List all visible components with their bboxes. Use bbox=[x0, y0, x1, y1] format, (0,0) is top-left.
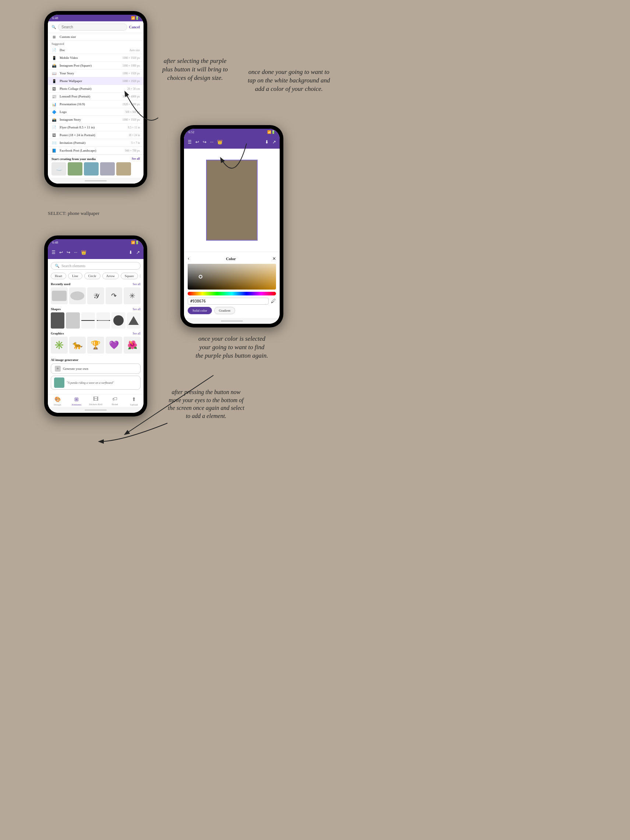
ai-example-text: "A panda riding a wave on a surfboard" bbox=[66, 381, 114, 385]
recent-item-burst[interactable]: ✳ bbox=[124, 287, 141, 304]
phone2-color-panel: ‹ Color ✕ 🖊 Solid color Gradient bbox=[184, 252, 279, 318]
shape-item-line[interactable] bbox=[81, 313, 95, 328]
presentation-icon: 📊 bbox=[52, 101, 57, 107]
phone3-nav-stickers[interactable]: 🎞 Stickers Roll bbox=[86, 396, 105, 406]
phone3-nav-elements[interactable]: ⊞ Elements bbox=[67, 396, 86, 406]
phone3-nav-brand[interactable]: 🏷 Brand bbox=[105, 396, 125, 406]
phone3-search-placeholder: Search elements bbox=[62, 264, 85, 268]
recently-used-see-all[interactable]: See all bbox=[133, 283, 141, 286]
shape-item-circle[interactable] bbox=[112, 313, 125, 328]
phone1-custom-size[interactable]: ⊞ Custom size bbox=[48, 33, 144, 41]
phone3-nav-upload[interactable]: ⬆ Upload bbox=[125, 396, 144, 406]
phone3-nav-design[interactable]: 🎨 Design bbox=[48, 396, 67, 406]
shapes-see-all[interactable]: See all bbox=[133, 308, 141, 311]
graphic-item-purple[interactable]: 💜 bbox=[106, 337, 123, 354]
instagram-story-icon: 📸 bbox=[52, 117, 57, 122]
download-icon[interactable]: ⬇ bbox=[265, 139, 268, 145]
eyedropper-icon[interactable]: 🖊 bbox=[271, 298, 276, 304]
graphic-item-plant[interactable]: 🌺 bbox=[124, 337, 141, 354]
phone1-media-thumbs: ☁️ bbox=[52, 162, 140, 175]
tag-heart[interactable]: Heart bbox=[51, 273, 66, 279]
color-tabs: Solid color Gradient bbox=[188, 307, 276, 314]
tag-arrow[interactable]: Arrow bbox=[102, 273, 119, 279]
flyer-icon: 📄 bbox=[52, 125, 57, 130]
phone1-item-flyer[interactable]: 📄 Flyer (Portrait 8.5 × 11 in) 8.5 × 11 … bbox=[48, 124, 144, 131]
ai-example-row[interactable]: "A panda riding a wave on a surfboard" bbox=[51, 376, 141, 390]
phone1-item-logo[interactable]: 🔷 Logo 500 × 500 px bbox=[48, 108, 144, 116]
shape-item-square-dark[interactable] bbox=[51, 313, 65, 328]
phone1-item-phone-wallpaper[interactable]: 📱 Phone Wallpaper 1080 × 1920 px bbox=[48, 77, 144, 85]
phone1-item-poster[interactable]: 🖼 Poster (18 × 24 in Portrait) 18 × 24 i… bbox=[48, 131, 144, 139]
phone1-see-all[interactable]: See all bbox=[132, 157, 140, 161]
recent-item-script[interactable]: 𝒴 bbox=[87, 287, 104, 304]
tag-square[interactable]: Square bbox=[121, 273, 138, 279]
phone2-canvas-area[interactable] bbox=[184, 148, 279, 252]
phone3-toolbar-right: ⬇ ↗ bbox=[129, 250, 140, 255]
recent-item-arrow-curl[interactable]: ↷ bbox=[106, 287, 123, 304]
tag-circle[interactable]: Circle bbox=[84, 273, 101, 279]
shape-item-square-light[interactable] bbox=[66, 313, 79, 328]
redo-icon[interactable]: ↪ bbox=[203, 139, 207, 145]
graphics-see-all[interactable]: See all bbox=[133, 332, 141, 335]
phone1-item-doc[interactable]: 📄 Doc Auto size bbox=[48, 46, 144, 54]
phone3-hamburger-icon[interactable]: ☰ bbox=[52, 250, 55, 255]
phone1-item-mobile-video[interactable]: 📱 Mobile Video 1080 × 1920 px bbox=[48, 54, 144, 62]
color-gradient-picker[interactable] bbox=[188, 264, 276, 290]
your-story-icon: 📖 bbox=[52, 71, 57, 76]
color-panel-close-btn[interactable]: ✕ bbox=[272, 256, 276, 262]
phone2-frame: 6:52 📶🔋 ☰ ↩ ↪ ··· 👑 ⬇ ↗ bbox=[180, 125, 283, 327]
phone1-media-thumb-3 bbox=[100, 162, 115, 175]
phone3-status-icons: 📶🔋 bbox=[131, 241, 139, 244]
phone1-media-thumb-upload[interactable]: ☁️ bbox=[52, 162, 66, 175]
undo-icon[interactable]: ↩ bbox=[196, 139, 199, 145]
invitation-icon: ✉️ bbox=[52, 140, 57, 145]
phone1-item-lemon8[interactable]: 📰 Lemon8 Post (Portrait) 3000 × 4000 px bbox=[48, 93, 144, 101]
tag-line[interactable]: Line bbox=[68, 273, 82, 279]
phone3-search-bar[interactable]: 🔍 Search elements bbox=[51, 262, 141, 270]
share-icon[interactable]: ↗ bbox=[272, 139, 276, 145]
brand-nav-icon: 🏷 bbox=[112, 396, 117, 402]
landscape-shape bbox=[52, 291, 66, 301]
phone1-media-label: Start creating from your media bbox=[52, 157, 96, 161]
phone3-crown-icon: 👑 bbox=[81, 250, 87, 255]
graphic-item-cheetah[interactable]: 🐆 bbox=[69, 337, 86, 354]
phone3-graphics-grid: ✳️ 🐆 🏆 💜 🌺 bbox=[51, 337, 141, 354]
phone3-undo-icon[interactable]: ↩ bbox=[59, 250, 63, 255]
search-icon: 🔍 bbox=[52, 25, 56, 29]
shape-item-triangle[interactable] bbox=[127, 313, 141, 328]
phone3-redo-icon[interactable]: ↪ bbox=[66, 250, 70, 255]
shape-item-line-dark[interactable] bbox=[96, 313, 110, 328]
phone3-share-icon[interactable]: ↗ bbox=[136, 250, 140, 255]
phone1-item-invitation[interactable]: ✉️ Invitation (Portrait) 5 × 7 in bbox=[48, 139, 144, 147]
color-panel-back-btn[interactable]: ‹ bbox=[188, 256, 189, 262]
doc-icon: 📄 bbox=[52, 47, 57, 53]
hue-slider[interactable] bbox=[188, 292, 276, 295]
hex-input[interactable] bbox=[188, 298, 268, 305]
phone3-download-icon[interactable]: ⬇ bbox=[129, 250, 133, 255]
hamburger-icon[interactable]: ☰ bbox=[188, 139, 192, 145]
phone1-item-facebook[interactable]: 📘 Facebook Post (Landscape) 940 × 788 px bbox=[48, 147, 144, 155]
tab-solid-color[interactable]: Solid color bbox=[188, 307, 212, 314]
phone1-item-instagram-square[interactable]: 📸 Instagram Post (Square) 1080 × 1080 px bbox=[48, 62, 144, 69]
phone1-home-indicator bbox=[48, 178, 144, 183]
phone3-more-icon[interactable]: ··· bbox=[74, 250, 77, 255]
phone1-item-photo-collage[interactable]: 🖼 Photo Collage (Portrait) 20 × 30 cm bbox=[48, 85, 144, 93]
phone1-item-instagram-story[interactable]: 📸 Instagram Story 1080 × 1920 px bbox=[48, 116, 144, 124]
hex-row: 🖊 bbox=[188, 298, 276, 305]
phone1-screen: 6:48 📶🔋 🔍 Cancel ⊞ Custom size Suggested bbox=[48, 15, 144, 183]
photo-collage-icon: 🖼 bbox=[52, 86, 57, 91]
recent-item-oval[interactable] bbox=[69, 287, 86, 304]
phone1-cancel-btn[interactable]: Cancel bbox=[129, 25, 140, 29]
recent-item-landscape[interactable] bbox=[51, 287, 68, 304]
graphic-item-starburst[interactable]: ✳️ bbox=[51, 337, 68, 354]
phone1-item-presentation[interactable]: 📊 Presentation (16:9) 1920 × 1080 px bbox=[48, 101, 144, 108]
phone1-item-your-story[interactable]: 📖 Your Story 1080 × 1920 px bbox=[48, 69, 144, 77]
more-icon[interactable]: ··· bbox=[210, 139, 213, 145]
phone1-search-input[interactable] bbox=[58, 24, 127, 30]
ai-generate-btn[interactable]: + Generate your own bbox=[51, 363, 141, 374]
graphic-item-trophy[interactable]: 🏆 bbox=[87, 337, 104, 354]
ai-section-title: AI image generator bbox=[51, 358, 141, 362]
phone1-media-thumb-2 bbox=[84, 162, 99, 175]
tab-gradient[interactable]: Gradient bbox=[214, 307, 235, 314]
tag-rectangle[interactable]: Recta... bbox=[140, 273, 141, 279]
